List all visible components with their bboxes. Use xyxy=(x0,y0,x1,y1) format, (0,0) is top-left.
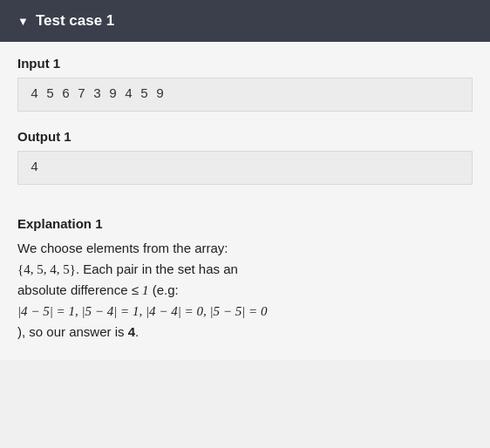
explanation-line3: absolute difference ≤ 1 xyxy=(17,282,149,297)
explanation-line3b: (e.g: xyxy=(149,282,179,297)
explanation-text: We choose elements from the array: {4, 5… xyxy=(17,238,473,343)
explanation-line5: ), so our answer is xyxy=(17,324,128,339)
test-case-header[interactable]: ▼ Test case 1 xyxy=(0,0,490,42)
input-value: 4 5 6 7 3 9 4 5 9 xyxy=(17,78,473,112)
main-container: ▼ Test case 1 Input 1 4 5 6 7 3 9 4 5 9 … xyxy=(0,0,490,448)
output-label: Output 1 xyxy=(17,115,473,151)
test-case-title: Test case 1 xyxy=(36,12,114,30)
input-label: Input 1 xyxy=(17,42,473,78)
explanation-section: Explanation 1 We choose elements from th… xyxy=(17,188,473,343)
explanation-set: {4, 5, 4, 5} xyxy=(17,262,76,276)
explanation-period: . xyxy=(135,324,139,339)
explanation-answer: 4 xyxy=(128,324,135,339)
explanation-label: Explanation 1 xyxy=(17,202,473,238)
content-area: Input 1 4 5 6 7 3 9 4 5 9 Output 1 4 Exp… xyxy=(0,42,490,360)
explanation-line2: . Each pair in the set has an xyxy=(76,261,238,276)
chevron-icon: ▼ xyxy=(17,15,29,28)
explanation-line1: We choose elements from the array: xyxy=(17,241,228,255)
output-value: 4 xyxy=(17,151,473,185)
explanation-line4: |4 − 5| = 1, |5 − 4| = 1, |4 − 4| = 0, |… xyxy=(17,304,267,318)
